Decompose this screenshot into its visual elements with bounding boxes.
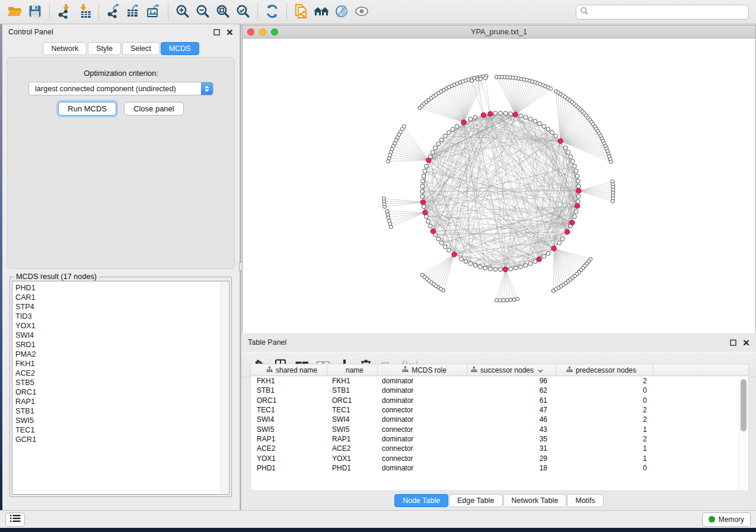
table-row[interactable]: ACE2ACE2connector311 bbox=[251, 444, 748, 453]
mcds-list-scrollbar[interactable] bbox=[221, 282, 228, 493]
table-cell[interactable]: 96 bbox=[467, 377, 556, 385]
tab-network-table[interactable]: Network Table bbox=[503, 494, 567, 507]
table-row[interactable]: STB1STB1dominator620 bbox=[251, 386, 748, 395]
network-canvas[interactable] bbox=[243, 39, 755, 333]
table-cell[interactable]: ORC1 bbox=[251, 396, 327, 405]
table-row[interactable]: SWI5SWI5connector431 bbox=[251, 424, 748, 434]
mcds-result-item[interactable]: PMA2 bbox=[15, 350, 229, 359]
table-cell[interactable]: 29 bbox=[467, 454, 556, 463]
vizmapper-button[interactable] bbox=[331, 3, 352, 21]
table-cell[interactable]: PHD1 bbox=[327, 464, 378, 472]
export-image-button[interactable] bbox=[143, 3, 164, 21]
table-cell[interactable]: dominator bbox=[378, 415, 467, 424]
table-row[interactable]: FKH1FKH1dominator962 bbox=[251, 376, 748, 386]
mcds-result-item[interactable]: GCR1 bbox=[15, 435, 229, 444]
table-cell[interactable]: connector bbox=[378, 406, 467, 414]
mcds-result-item[interactable]: ACE2 bbox=[15, 368, 229, 378]
table-cell[interactable]: dominator bbox=[378, 396, 467, 405]
table-cell[interactable]: 2 bbox=[556, 406, 653, 414]
mcds-result-item[interactable]: STB1 bbox=[15, 406, 229, 416]
tab-motifs[interactable]: Motifs bbox=[567, 494, 603, 507]
network-graph[interactable] bbox=[243, 39, 755, 333]
column-header-shared-name[interactable]: shared name bbox=[251, 364, 327, 376]
import-network-button[interactable] bbox=[54, 3, 74, 21]
table-cell[interactable]: 0 bbox=[556, 464, 653, 472]
table-cell[interactable]: connector bbox=[378, 425, 467, 434]
mcds-result-item[interactable]: STP4 bbox=[15, 302, 229, 312]
table-cell[interactable]: YOX1 bbox=[327, 454, 378, 463]
close-window-icon[interactable] bbox=[247, 28, 254, 36]
table-cell[interactable]: dominator bbox=[378, 386, 467, 395]
mcds-result-item[interactable]: TID3 bbox=[15, 312, 229, 321]
table-cell[interactable]: 18 bbox=[467, 464, 556, 472]
mcds-result-item[interactable]: RAP1 bbox=[15, 397, 229, 406]
table-scrollbar-thumb[interactable] bbox=[741, 379, 747, 431]
float-table-panel-icon[interactable] bbox=[729, 339, 737, 347]
tab-mcds[interactable]: MCDS bbox=[161, 42, 199, 55]
refresh-view-button[interactable] bbox=[262, 3, 282, 21]
table-row[interactable]: TEC1TEC1connector472 bbox=[251, 405, 748, 415]
close-panel-icon[interactable] bbox=[226, 28, 234, 36]
table-cell[interactable]: FKH1 bbox=[327, 377, 378, 385]
table-cell[interactable]: 62 bbox=[467, 386, 556, 395]
table-row[interactable]: PHD1PHD1dominator180 bbox=[251, 463, 748, 473]
table-cell[interactable]: dominator bbox=[378, 464, 467, 472]
mcds-result-list[interactable]: PHD1CAR1STP4TID3YOX1SWI4SRD1PMA2FKH1ACE2… bbox=[12, 281, 229, 495]
share-document-button[interactable] bbox=[291, 3, 311, 21]
run-mcds-button[interactable]: Run MCDS bbox=[58, 102, 116, 116]
table-cell[interactable]: dominator bbox=[378, 435, 467, 443]
save-session-button[interactable] bbox=[25, 3, 45, 21]
float-panel-icon[interactable] bbox=[213, 28, 221, 36]
table-cell[interactable]: 2 bbox=[556, 415, 653, 424]
table-cell[interactable]: 31 bbox=[467, 444, 556, 453]
mcds-result-item[interactable]: SWI5 bbox=[15, 416, 229, 425]
tab-node-table[interactable]: Node Table bbox=[394, 494, 448, 507]
table-cell[interactable]: 1 bbox=[556, 454, 653, 463]
table-cell[interactable]: 61 bbox=[467, 396, 556, 405]
table-cell[interactable]: dominator bbox=[378, 377, 467, 385]
show-hide-graphics-button[interactable] bbox=[352, 3, 372, 21]
table-cell[interactable]: connector bbox=[378, 444, 467, 453]
table-cell[interactable]: 1 bbox=[556, 425, 653, 434]
table-cell[interactable]: SWI5 bbox=[327, 425, 378, 434]
table-cell[interactable]: SWI4 bbox=[251, 415, 327, 424]
column-header-predecessor-nodes[interactable]: predecessor nodes bbox=[556, 364, 653, 376]
table-cell[interactable]: connector bbox=[378, 454, 467, 463]
close-table-panel-icon[interactable] bbox=[742, 339, 750, 347]
table-cell[interactable]: STB1 bbox=[327, 386, 378, 395]
tab-select[interactable]: Select bbox=[122, 42, 160, 55]
mcds-result-item[interactable]: CAR1 bbox=[15, 293, 229, 302]
table-cell[interactable]: STB1 bbox=[251, 386, 327, 395]
table-cell[interactable]: RAP1 bbox=[251, 435, 327, 443]
table-cell[interactable]: ORC1 bbox=[327, 396, 378, 405]
home-button[interactable] bbox=[311, 3, 331, 21]
tab-style[interactable]: Style bbox=[88, 42, 121, 55]
mcds-result-item[interactable]: SRD1 bbox=[15, 340, 229, 350]
column-header-mcds-role[interactable]: MCDS role bbox=[378, 364, 467, 376]
network-window-titlebar[interactable]: YPA_prune.txt_1 bbox=[243, 25, 755, 39]
export-table-button[interactable] bbox=[123, 3, 143, 21]
table-cell[interactable]: SWI5 bbox=[251, 425, 327, 434]
table-cell[interactable]: PHD1 bbox=[251, 464, 327, 472]
table-cell[interactable]: 0 bbox=[556, 386, 653, 395]
open-session-button[interactable] bbox=[5, 3, 25, 21]
export-network-button[interactable] bbox=[103, 3, 123, 21]
memory-button[interactable]: Memory bbox=[702, 512, 751, 527]
table-cell[interactable]: ACE2 bbox=[327, 444, 378, 453]
table-cell[interactable]: 43 bbox=[467, 425, 556, 434]
table-row[interactable]: SWI4SWI4dominator462 bbox=[251, 415, 748, 424]
table-scrollbar[interactable] bbox=[739, 377, 748, 490]
mcds-result-item[interactable]: ORC1 bbox=[15, 387, 229, 397]
table-cell[interactable]: FKH1 bbox=[251, 377, 327, 385]
column-header-name[interactable]: name bbox=[327, 364, 378, 376]
mcds-result-item[interactable]: STB5 bbox=[15, 378, 229, 387]
table-cell[interactable]: 2 bbox=[556, 377, 653, 385]
table-cell[interactable]: RAP1 bbox=[327, 435, 378, 443]
close-panel-button[interactable]: Close panel bbox=[124, 102, 184, 116]
table-cell[interactable]: 35 bbox=[467, 435, 556, 443]
zoom-selected-button[interactable] bbox=[233, 3, 253, 21]
tab-edge-table[interactable]: Edge Table bbox=[449, 494, 502, 507]
table-row[interactable]: RAP1RAP1dominator352 bbox=[251, 434, 748, 444]
mcds-result-item[interactable]: TEC1 bbox=[15, 425, 229, 435]
table-cell[interactable]: 2 bbox=[556, 435, 653, 443]
